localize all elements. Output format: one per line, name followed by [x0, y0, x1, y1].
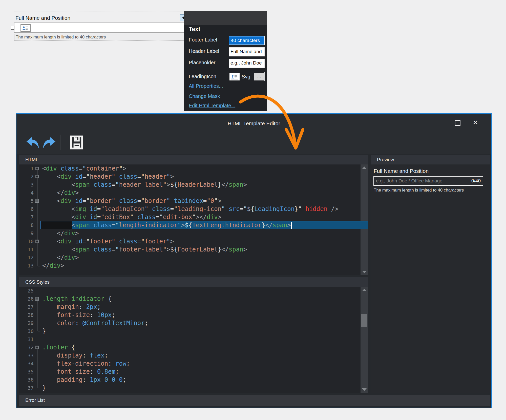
fold-marker-icon[interactable] — [35, 175, 39, 178]
html-editor-scrollbar[interactable] — [361, 164, 368, 275]
fold-column — [34, 360, 40, 368]
selection-handle[interactable] — [11, 26, 14, 30]
fold-column — [34, 173, 40, 181]
code-text: flex-direction: row; — [40, 360, 130, 367]
code-line[interactable]: 7 <div id="editBox" class="edit-box"></d… — [19, 213, 368, 221]
control-header-label: Full Name and Position — [15, 15, 70, 21]
leading-icon-value: Svg — [242, 74, 254, 80]
control-edit-box[interactable] — [14, 23, 187, 33]
code-line[interactable]: 3 <span class="header-label">${HeaderLab… — [19, 181, 368, 189]
annotation-arrow — [235, 89, 311, 157]
edit-html-template-link[interactable]: Edit Html Template... — [189, 103, 235, 109]
css-code-editor[interactable]: 2526.length-indicator {27 margin: 2px;28… — [19, 287, 368, 393]
scroll-down-icon[interactable] — [362, 388, 367, 391]
preview-section-header: Preview — [371, 155, 490, 164]
fold-column — [34, 164, 40, 173]
code-line[interactable]: 27 margin: 2px; — [19, 303, 368, 311]
line-number: 9 — [19, 230, 34, 236]
smart-tag-panel-header — [184, 11, 267, 25]
maximize-button[interactable] — [455, 120, 460, 126]
all-properties-link[interactable]: All Properties... — [189, 83, 223, 89]
fold-marker-icon[interactable] — [35, 346, 39, 349]
line-number: 25 — [19, 288, 34, 294]
line-number: 27 — [19, 304, 34, 310]
code-line[interactable]: 31 — [19, 335, 368, 343]
line-number: 6 — [19, 206, 34, 212]
html-template-editor-window: HTML Template Editor ✕ HTML Preview 1<di… — [16, 113, 492, 408]
fold-marker-icon[interactable] — [35, 199, 39, 203]
line-number: 35 — [19, 369, 34, 375]
fold-column — [34, 368, 40, 376]
line-number: 3 — [19, 182, 34, 188]
code-text: .footer { — [40, 344, 75, 351]
code-line[interactable]: 5 <div id="border" class="border" tabind… — [19, 197, 368, 205]
toolbar-separator — [60, 135, 60, 150]
footer-label-field[interactable]: 40 characters — [229, 36, 265, 45]
code-line[interactable]: 9 </div> — [19, 229, 368, 237]
code-text: <div id="footer" class="footer"> — [40, 238, 174, 245]
preview-panel: Full Name and Position e.g., John Doe / … — [371, 164, 490, 393]
line-number: 7 — [19, 214, 34, 220]
fold-column — [34, 189, 40, 197]
code-line[interactable]: 32.footer { — [19, 343, 368, 351]
leading-icon-field[interactable]: Svg ... — [229, 72, 265, 81]
code-line[interactable]: 37} — [19, 384, 368, 392]
code-line[interactable]: 36 padding: 1px 0 0 0; — [19, 376, 368, 384]
code-line[interactable]: 34 flex-direction: row; — [19, 360, 368, 368]
code-line[interactable]: 33 display: flex; — [19, 351, 368, 360]
code-line[interactable]: 30} — [19, 327, 368, 335]
scroll-up-icon[interactable] — [362, 166, 367, 169]
fold-marker-icon[interactable] — [35, 167, 39, 170]
scroll-up-icon[interactable] — [362, 289, 367, 291]
code-line[interactable]: 2 <div id="header" class="header"> — [19, 173, 368, 181]
error-list-header[interactable]: Error List — [19, 395, 490, 406]
code-line[interactable]: 4 </div> — [19, 189, 368, 197]
line-number: 5 — [19, 198, 34, 204]
fold-column — [34, 254, 40, 262]
browse-button[interactable]: ... — [254, 73, 264, 80]
code-line[interactable]: 26.length-indicator { — [19, 295, 368, 303]
close-button[interactable]: ✕ — [473, 119, 478, 126]
code-line[interactable]: 25 — [19, 287, 368, 295]
code-text: <span class="header-label">${HeaderLabel… — [40, 181, 247, 188]
fold-column — [34, 376, 40, 384]
scrollbar-thumb[interactable] — [361, 314, 367, 327]
html-section-header: HTML — [19, 155, 368, 164]
change-mask-link[interactable]: Change Mask — [189, 93, 220, 99]
code-line[interactable]: 35 font-size: 0.8em; — [19, 368, 368, 376]
save-button[interactable] — [70, 135, 84, 150]
line-number: 1 — [19, 165, 34, 172]
code-line[interactable]: 6 <img id="leadingIcon" class="leading-i… — [19, 205, 368, 213]
fold-column — [34, 311, 40, 319]
code-line[interactable]: 28 font-size: 10px; — [19, 311, 368, 319]
code-line[interactable]: 13</div> — [19, 262, 368, 270]
placeholder-caption: Placeholder — [189, 60, 216, 66]
redo-button[interactable] — [42, 135, 57, 150]
css-section-header: CSS Styles — [19, 277, 368, 287]
code-text: </div> — [40, 262, 64, 269]
preview-edit-box[interactable]: e.g., John Doe / Office Manage 0/40 — [373, 176, 483, 186]
code-text: margin: 2px; — [40, 303, 101, 310]
code-line[interactable]: 8 <span class="length-indicator">${TextL… — [19, 221, 368, 229]
fold-column — [34, 351, 40, 360]
fold-marker-icon[interactable] — [35, 240, 39, 243]
code-text: color: @ControlTextMinor; — [40, 320, 148, 327]
line-number: 34 — [19, 361, 34, 367]
code-text: font-size: 10px; — [40, 311, 115, 319]
designer-text-control[interactable]: Full Name and Position The maximum lengt… — [14, 11, 187, 40]
code-line[interactable]: 29 color: @ControlTextMinor; — [19, 319, 368, 327]
header-label-field[interactable]: Full Name and — [229, 47, 265, 56]
code-line[interactable]: 10 <div id="footer" class="footer"> — [19, 237, 368, 245]
line-number: 12 — [19, 255, 34, 261]
fold-marker-icon[interactable] — [35, 297, 39, 301]
code-line[interactable]: 1<div class="container"> — [19, 164, 368, 173]
fold-column — [34, 327, 40, 335]
html-code-editor[interactable]: 1<div class="container">2 <div id="heade… — [19, 164, 368, 275]
scroll-down-icon[interactable] — [362, 271, 367, 273]
code-line[interactable]: 11 <span class="footer-label">${FooterLa… — [19, 245, 368, 254]
css-editor-scrollbar[interactable] — [361, 287, 368, 393]
code-line[interactable]: 12 </div> — [19, 254, 368, 262]
fold-column — [34, 213, 40, 221]
undo-button[interactable] — [25, 135, 40, 150]
placeholder-field[interactable]: e.g., John Doe — [229, 59, 265, 68]
